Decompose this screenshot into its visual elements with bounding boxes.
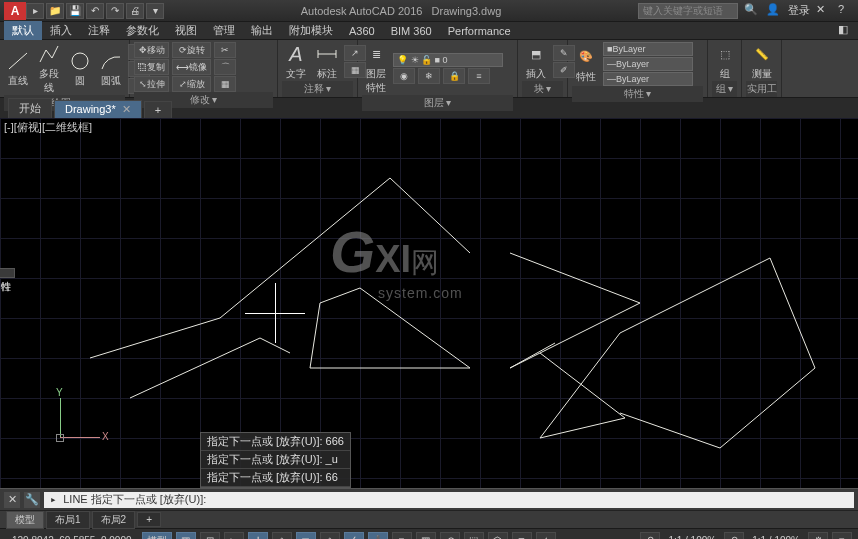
dynamic-ucs-icon[interactable]: ⬡: [488, 532, 508, 540]
qat-undo-icon[interactable]: ↶: [86, 3, 104, 19]
tab-parametric[interactable]: 参数化: [118, 21, 167, 40]
tab-manage[interactable]: 管理: [205, 21, 243, 40]
trim-icon[interactable]: ✂: [214, 42, 236, 58]
panel-group-title[interactable]: 组 ▾: [712, 81, 737, 97]
app-logo[interactable]: A: [4, 2, 26, 20]
tab-output[interactable]: 输出: [243, 21, 281, 40]
qat-new-icon[interactable]: ▸: [26, 3, 44, 19]
stretch-button[interactable]: ⤡ 拉伸: [134, 76, 169, 92]
panel-props-title[interactable]: 特性 ▾: [572, 86, 703, 102]
text-button[interactable]: A文字: [282, 42, 310, 81]
circle-button[interactable]: 圆: [66, 49, 94, 88]
viewport-label[interactable]: [-][俯视][二维线框]: [4, 120, 92, 135]
annoscale-icon[interactable]: ⚲: [640, 532, 660, 540]
grid-toggle-icon[interactable]: ▦: [176, 532, 196, 540]
insert-button[interactable]: ⬒插入: [522, 42, 550, 81]
panel-block-title[interactable]: 块 ▾: [522, 81, 563, 97]
layer-dropdown[interactable]: 💡 ☀ 🔓 ■ 0: [393, 53, 503, 67]
cmd-close-icon[interactable]: ✕: [4, 492, 20, 508]
tab-view[interactable]: 视图: [167, 21, 205, 40]
osnap-toggle-icon[interactable]: □: [296, 532, 316, 540]
workspace-switch-icon[interactable]: ⚙: [808, 532, 828, 540]
copy-button[interactable]: ⿻ 复制: [134, 59, 169, 75]
otrack-toggle-icon[interactable]: ∠: [344, 532, 364, 540]
drawing-area[interactable]: [-][俯视][二维线框] 特性 GXI网 system.com YX 指定下一…: [0, 118, 858, 488]
selection-cycling-icon[interactable]: ⟲: [440, 532, 460, 540]
mirror-button[interactable]: ⟷ 镜像: [172, 59, 211, 75]
selection-filter-icon[interactable]: ▼: [512, 532, 532, 540]
layout1-tab[interactable]: 布局1: [46, 511, 90, 529]
qat-more-icon[interactable]: ▾: [146, 3, 164, 19]
color-dropdown[interactable]: ■ ByLayer: [603, 42, 693, 56]
line-button[interactable]: 直线: [4, 49, 32, 88]
rotate-button[interactable]: ⟳ 旋转: [172, 42, 211, 58]
dim-button[interactable]: 标注: [313, 42, 341, 81]
qat-open-icon[interactable]: 📁: [46, 3, 64, 19]
polar-toggle-icon[interactable]: ✛: [248, 532, 268, 540]
tab-performance[interactable]: Performance: [440, 23, 519, 39]
qat-redo-icon[interactable]: ↷: [106, 3, 124, 19]
signin-icon[interactable]: 👤: [766, 3, 782, 19]
transparency-toggle-icon[interactable]: ▧: [416, 532, 436, 540]
annoscale2-icon[interactable]: ⚲: [724, 532, 744, 540]
snap-toggle-icon[interactable]: ⊞: [200, 532, 220, 540]
layerprop-button[interactable]: ≣图层 特性: [362, 42, 390, 95]
move-button[interactable]: ✥ 移动: [134, 42, 169, 58]
qat-print-icon[interactable]: 🖨: [126, 3, 144, 19]
help-search-input[interactable]: 键入关键字或短语: [638, 3, 738, 19]
gizmo-icon[interactable]: ✦: [536, 532, 556, 540]
layer-freeze-icon[interactable]: ❄: [418, 68, 440, 84]
panel-annot-title[interactable]: 注释 ▾: [282, 81, 353, 97]
layout2-tab[interactable]: 布局2: [92, 511, 136, 529]
layer-lock-icon[interactable]: 🔒: [443, 68, 465, 84]
model-tab[interactable]: 模型: [6, 511, 44, 529]
panel-layers-title[interactable]: 图层 ▾: [362, 95, 513, 111]
anno-scale-1[interactable]: 1:1 / 100%: [664, 535, 720, 539]
tab-insert[interactable]: 插入: [42, 21, 80, 40]
lineweight-dropdown[interactable]: — ByLayer: [603, 57, 693, 71]
command-input[interactable]: ▸ LINE 指定下一点或 [放弃(U)]:: [44, 492, 854, 508]
ribbon-tabs: 默认 插入 注释 参数化 视图 管理 输出 附加模块 A360 BIM 360 …: [0, 22, 858, 40]
3dosnap-toggle-icon[interactable]: ◈: [320, 532, 340, 540]
array-icon[interactable]: ▦: [214, 76, 236, 92]
ribbon: 直线 多段线 圆 圆弧 ▭ ▨ ⬭ 绘图 ▾ ✥ 移动 ⿻ 复制 ⤡ 拉伸 ⟳ …: [0, 40, 858, 98]
modelspace-button[interactable]: 模型: [142, 532, 172, 540]
scale-button[interactable]: ⤢ 缩放: [172, 76, 211, 92]
panel-util-title[interactable]: 实用工: [746, 81, 777, 97]
tab-bim360[interactable]: BIM 360: [383, 23, 440, 39]
infocenter-icon[interactable]: 🔍: [744, 3, 760, 19]
ortho-toggle-icon[interactable]: ∟: [224, 532, 244, 540]
linetype-dropdown[interactable]: — ByLayer: [603, 72, 693, 86]
drawing-tab[interactable]: Drawing3*✕: [54, 100, 142, 118]
group-button[interactable]: ⬚组: [712, 42, 737, 81]
measure-button[interactable]: 📏测量: [746, 42, 777, 81]
start-tab[interactable]: 开始: [8, 98, 52, 118]
coordinates[interactable]: 120.8042, 60.5855, 0.0000: [6, 535, 138, 539]
tab-a360[interactable]: A360: [341, 23, 383, 39]
arc-button[interactable]: 圆弧: [97, 49, 125, 88]
tab-addins[interactable]: 附加模块: [281, 21, 341, 40]
qat-save-icon[interactable]: 💾: [66, 3, 84, 19]
anno-scale-2[interactable]: 1:1 / 100%: [748, 535, 804, 539]
props-button[interactable]: 🎨特性: [572, 45, 600, 84]
customize-status-icon[interactable]: ≡: [832, 532, 852, 540]
fillet-icon[interactable]: ⌒: [214, 59, 236, 75]
ribbon-expand-icon[interactable]: ◧: [838, 23, 854, 39]
tab-default[interactable]: 默认: [4, 21, 42, 40]
3d-toggle-icon[interactable]: ⬚: [464, 532, 484, 540]
close-tab-icon[interactable]: ✕: [122, 103, 131, 115]
help-icon[interactable]: ?: [838, 3, 854, 19]
polyline-button[interactable]: 多段线: [35, 42, 63, 95]
add-layout-button[interactable]: +: [137, 512, 161, 527]
lineweight-toggle-icon[interactable]: ≡: [392, 532, 412, 540]
isodraft-toggle-icon[interactable]: ◇: [272, 532, 292, 540]
exchange-icon[interactable]: ✕: [816, 3, 832, 19]
dynamic-input-icon[interactable]: ➕: [368, 532, 388, 540]
layer-iso-icon[interactable]: ◉: [393, 68, 415, 84]
new-tab-button[interactable]: +: [144, 101, 172, 118]
login-label[interactable]: 登录: [788, 3, 810, 18]
tab-annotate[interactable]: 注释: [80, 21, 118, 40]
layer-match-icon[interactable]: ≡: [468, 68, 490, 84]
cmd-customize-icon[interactable]: 🔧: [24, 492, 40, 508]
drawing-content: [0, 118, 858, 488]
